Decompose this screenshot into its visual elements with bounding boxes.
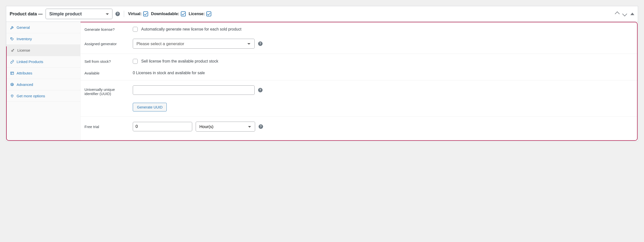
uuid-input[interactable] bbox=[133, 85, 255, 95]
row-uuid: Universally unique identifier (UUID) ? bbox=[80, 82, 638, 99]
svg-point-0 bbox=[11, 38, 12, 39]
help-icon[interactable]: ? bbox=[116, 12, 120, 16]
downloadable-checkbox[interactable] bbox=[181, 12, 186, 16]
license-checkbox-group: License: bbox=[189, 12, 211, 16]
move-down-icon[interactable] bbox=[622, 12, 627, 16]
virtual-checkbox-group: Virtual: bbox=[128, 12, 148, 16]
tab-label: Inventory bbox=[16, 37, 32, 41]
tab-advanced[interactable]: Advanced bbox=[6, 79, 80, 90]
panel-title: Product data — bbox=[10, 12, 42, 17]
tab-label: Advanced bbox=[16, 82, 33, 87]
row-assigned-generator: Assigned generator Please select a gener… bbox=[80, 35, 638, 52]
downloadable-checkbox-group: Downloadable: bbox=[151, 12, 186, 16]
divider bbox=[124, 11, 124, 17]
sell-stock-desc: Sell license from the available product … bbox=[141, 59, 218, 64]
svg-point-3 bbox=[12, 84, 13, 85]
tab-linked-products[interactable]: Linked Products bbox=[6, 56, 80, 67]
row-free-trial: Free trial Hour(s) ? bbox=[80, 118, 638, 135]
tab-inventory[interactable]: Inventory bbox=[6, 33, 80, 45]
free-trial-unit-select[interactable]: Hour(s) bbox=[196, 122, 255, 132]
collapse-icon[interactable] bbox=[630, 13, 634, 15]
sidebar: General Inventory License Linked Product… bbox=[6, 22, 80, 141]
tab-license[interactable]: License bbox=[6, 45, 80, 56]
generate-license-label: Generate license? bbox=[84, 27, 128, 32]
tag-icon bbox=[10, 37, 14, 41]
gear-icon bbox=[10, 83, 14, 87]
panel-body: General Inventory License Linked Product… bbox=[6, 22, 638, 141]
sell-stock-label: Sell from stock? bbox=[84, 59, 128, 64]
link-icon bbox=[10, 60, 14, 64]
svg-point-1 bbox=[12, 50, 13, 51]
virtual-checkbox[interactable] bbox=[143, 12, 148, 16]
available-desc: 0 Licenses in stock and available for sa… bbox=[133, 71, 205, 75]
tab-get-more-options[interactable]: Get more options bbox=[6, 90, 80, 102]
generate-uuid-button[interactable]: Generate UUID bbox=[133, 103, 167, 111]
help-icon[interactable]: ? bbox=[258, 124, 263, 129]
move-up-icon[interactable] bbox=[615, 12, 620, 16]
tab-attributes[interactable]: Attributes bbox=[6, 67, 80, 79]
assigned-generator-label: Assigned generator bbox=[84, 42, 128, 46]
generate-license-checkbox[interactable] bbox=[133, 27, 138, 32]
downloadable-label: Downloadable: bbox=[151, 12, 179, 16]
tab-label: General bbox=[16, 25, 30, 30]
sell-stock-checkbox[interactable] bbox=[133, 59, 138, 64]
row-generate-license: Generate license? Automatically generate… bbox=[80, 23, 638, 35]
license-checkbox[interactable] bbox=[206, 12, 211, 16]
svg-rect-2 bbox=[11, 72, 14, 74]
generate-license-desc: Automatically generate new license for e… bbox=[141, 27, 242, 32]
help-icon[interactable]: ? bbox=[258, 88, 262, 92]
tab-label: Attributes bbox=[16, 71, 32, 75]
panel-header: Product data — Simple product ? Virtual:… bbox=[6, 6, 638, 22]
plug-icon bbox=[10, 94, 14, 98]
help-icon[interactable]: ? bbox=[258, 41, 262, 46]
assigned-generator-select[interactable]: Please select a generator bbox=[133, 39, 255, 49]
row-generate-uuid: Generate UUID bbox=[80, 99, 638, 115]
tab-label: License bbox=[17, 48, 30, 52]
free-trial-value-input[interactable] bbox=[133, 122, 192, 131]
license-label: License: bbox=[189, 12, 205, 16]
product-type-select[interactable]: Simple product bbox=[46, 9, 112, 19]
uuid-label: Universally unique identifier (UUID) bbox=[84, 85, 128, 96]
panel-header-actions bbox=[616, 12, 634, 16]
available-label: Available bbox=[84, 71, 128, 75]
layout-icon bbox=[10, 71, 14, 75]
key-icon bbox=[11, 48, 15, 52]
wrench-icon bbox=[10, 26, 14, 30]
tab-label: Linked Products bbox=[16, 60, 43, 64]
row-available: Available 0 Licenses in stock and availa… bbox=[80, 67, 638, 79]
product-data-panel: Product data — Simple product ? Virtual:… bbox=[6, 6, 638, 141]
tab-label: Get more options bbox=[16, 94, 45, 98]
free-trial-label: Free trial bbox=[84, 125, 128, 129]
virtual-label: Virtual: bbox=[128, 12, 142, 16]
row-sell-from-stock: Sell from stock? Sell license from the a… bbox=[80, 55, 638, 67]
content: Generate license? Automatically generate… bbox=[80, 22, 638, 141]
tab-general[interactable]: General bbox=[6, 22, 80, 33]
